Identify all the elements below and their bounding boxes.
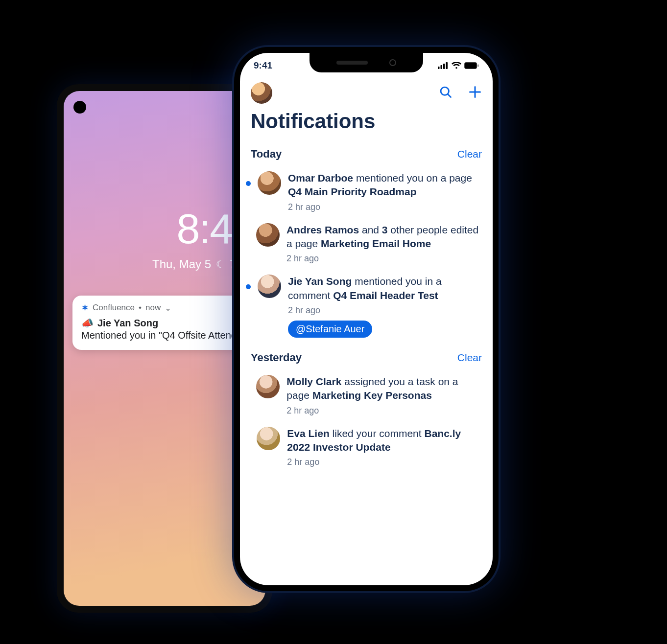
avatar: [258, 275, 281, 298]
avatar: [258, 171, 281, 195]
clear-today-button[interactable]: Clear: [457, 148, 482, 160]
notification-item[interactable]: Andres Ramos and 3 other people edited a…: [240, 216, 493, 268]
speaker-grille: [336, 61, 368, 65]
push-message: Mentioned you in "Q4 Offsite Attende: [81, 330, 257, 341]
notification-time: 2 hr ago: [288, 305, 482, 316]
battery-icon: [464, 62, 479, 69]
unread-dot-icon: [246, 284, 251, 289]
page-title: Notifications: [240, 104, 493, 138]
notification-item[interactable]: Jie Yan Song mentioned you in a comment …: [240, 268, 493, 342]
confluence-icon: ✶: [81, 302, 89, 313]
push-app-name: Confluence: [93, 303, 135, 313]
iphone-notch: [310, 53, 423, 72]
chevron-down-icon: ⌄: [165, 303, 171, 313]
svg-rect-1: [441, 65, 443, 69]
notification-item[interactable]: Molly Clark assigned you a task on a pag…: [240, 368, 493, 420]
status-time: 9:41: [254, 60, 272, 71]
cellular-signal-icon: [438, 62, 449, 69]
svg-rect-5: [466, 64, 476, 68]
push-sender-name: Jie Yan Song: [97, 318, 158, 329]
moon-icon: ☾: [216, 258, 225, 270]
wifi-icon: [452, 62, 461, 69]
app-header: [240, 78, 493, 104]
notification-text: Jie Yan Song mentioned you in a comment …: [288, 275, 482, 302]
avatar: [256, 375, 280, 398]
notification-time: 2 hr ago: [286, 406, 482, 416]
front-camera-hole: [73, 101, 86, 114]
svg-rect-3: [446, 62, 448, 69]
iphone-frame: 9:41: [232, 45, 500, 593]
create-icon[interactable]: [468, 85, 482, 101]
search-icon[interactable]: [439, 85, 453, 101]
lockscreen-date: Thu, May 5: [152, 257, 211, 271]
push-separator: •: [139, 303, 142, 313]
push-when: now: [145, 303, 161, 313]
push-header: ✶ Confluence • now ⌄: [81, 302, 257, 313]
clear-yesterday-button[interactable]: Clear: [457, 352, 482, 364]
section-header-yesterday: Yesterday Clear: [240, 342, 493, 368]
notification-time: 2 hr ago: [288, 202, 482, 212]
notification-text: Andres Ramos and 3 other people edited a…: [286, 223, 482, 251]
avatar: [257, 427, 280, 450]
notification-text: Molly Clark assigned you a task on a pag…: [286, 375, 482, 403]
section-title-yesterday: Yesterday: [251, 351, 302, 364]
notification-time: 2 hr ago: [286, 253, 482, 264]
profile-avatar[interactable]: [251, 82, 272, 104]
unread-dot-icon: [246, 181, 251, 186]
notification-time: 2 hr ago: [287, 457, 482, 467]
section-title-today: Today: [251, 148, 282, 161]
mention-pill[interactable]: @Stefanie Auer: [288, 321, 372, 338]
svg-line-8: [448, 94, 451, 97]
svg-rect-6: [477, 65, 479, 67]
svg-rect-0: [438, 67, 440, 69]
svg-rect-2: [443, 64, 445, 69]
notification-text: Eva Lien liked your comment Banc.ly 2022…: [287, 427, 482, 455]
section-header-today: Today Clear: [240, 138, 493, 164]
notification-text: Omar Darboe mentioned you on a page Q4 M…: [288, 171, 482, 199]
notification-item[interactable]: Eva Lien liked your comment Banc.ly 2022…: [240, 420, 493, 472]
notification-item[interactable]: Omar Darboe mentioned you on a page Q4 M…: [240, 164, 493, 216]
avatar: [256, 223, 280, 247]
megaphone-icon: 📣: [81, 317, 94, 329]
front-camera-icon: [389, 59, 396, 66]
iphone-screen: 9:41: [240, 53, 493, 585]
